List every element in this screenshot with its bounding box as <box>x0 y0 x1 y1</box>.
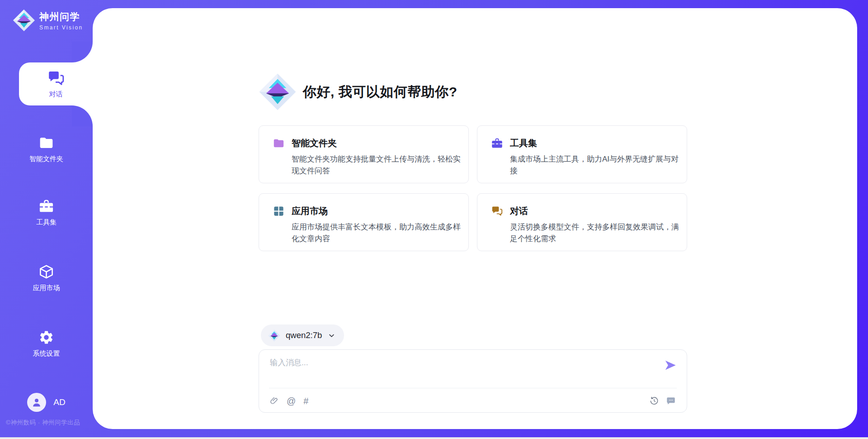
sidebar: 神州问学 Smart Vision 对话 智能文件夹 工具集 应用市场 系统设置 <box>0 0 93 439</box>
message-composer: @ # <box>259 349 687 413</box>
attachment-icon[interactable] <box>270 396 279 406</box>
card-app-market[interactable]: 应用市场 应用市场提供丰富长文本模板，助力高效生成多样化文章内容 <box>259 193 469 251</box>
feedback-chat-icon[interactable] <box>666 396 676 406</box>
composer-divider <box>269 388 677 388</box>
brand-diamond-icon <box>13 8 35 33</box>
message-input[interactable] <box>270 357 650 383</box>
card-head: 对话 <box>491 205 676 217</box>
card-smart-folder[interactable]: 智能文件夹 智能文件夹功能支持批量文件上传与清洗，轻松实现文件问答 <box>259 125 469 183</box>
chevron-down-icon <box>327 331 336 340</box>
composer-toolbar: @ # <box>270 393 676 409</box>
person-icon <box>31 396 42 408</box>
card-title: 工具集 <box>510 137 537 149</box>
model-selector[interactable]: qwen2:7b <box>261 324 344 346</box>
window-bottom-edge <box>0 437 868 439</box>
brand-diamond-icon <box>268 329 280 342</box>
app-window: 你好, 我可以如何帮助你? 智能文件夹 智能文件夹功能支持批量文件上传与清洗，轻… <box>0 0 868 439</box>
feature-cards: 智能文件夹 智能文件夹功能支持批量文件上传与清洗，轻松实现文件问答 工具集 集成… <box>259 125 687 251</box>
card-head: 应用市场 <box>273 205 458 217</box>
greeting-title: 你好, 我可以如何帮助你? <box>303 83 458 101</box>
sidebar-item-settings[interactable]: 系统设置 <box>0 329 93 358</box>
brand-logo: 神州问学 Smart Vision <box>13 8 83 33</box>
composer-tools-left: @ # <box>270 396 308 406</box>
chat-bubbles-icon <box>47 69 65 87</box>
main-content: 你好, 我可以如何帮助你? 智能文件夹 智能文件夹功能支持批量文件上传与清洗，轻… <box>259 8 687 429</box>
composer-tools-right <box>649 396 676 406</box>
sidebar-item-smart-folder[interactable]: 智能文件夹 <box>0 135 93 163</box>
folder-icon <box>38 135 54 151</box>
send-button[interactable] <box>664 359 677 372</box>
send-icon <box>664 359 677 372</box>
chat-bubbles-icon <box>491 205 503 217</box>
card-head: 智能文件夹 <box>273 137 458 149</box>
brand-name: 神州问学 <box>39 10 83 23</box>
sidebar-item-toolset[interactable]: 工具集 <box>0 198 93 227</box>
card-description: 应用市场提供丰富长文本模板，助力高效生成多样化文章内容 <box>292 221 464 245</box>
card-toolset[interactable]: 工具集 集成市场上主流工具，助力AI与外界无缝扩展与对接 <box>477 125 687 183</box>
sidebar-item-app-market[interactable]: 应用市场 <box>0 264 93 292</box>
card-head: 工具集 <box>491 137 676 149</box>
card-title: 智能文件夹 <box>292 137 337 149</box>
card-title: 对话 <box>510 205 528 217</box>
toolbox-icon <box>491 137 503 149</box>
greeting-block: 你好, 我可以如何帮助你? <box>259 73 458 111</box>
sidebar-item-label: 智能文件夹 <box>29 155 63 163</box>
main-panel: 你好, 我可以如何帮助你? 智能文件夹 智能文件夹功能支持批量文件上传与清洗，轻… <box>93 8 857 429</box>
card-description: 智能文件夹功能支持批量文件上传与清洗，轻松实现文件问答 <box>292 153 464 177</box>
grid-icon <box>273 205 285 217</box>
topic-hash-icon[interactable]: # <box>303 396 308 406</box>
card-description: 灵活切换多模型文件，支持多样回复效果调试，满足个性化需求 <box>510 221 682 245</box>
card-chat[interactable]: 对话 灵活切换多模型文件，支持多样回复效果调试，满足个性化需求 <box>477 193 687 251</box>
sidebar-item-chat[interactable]: 对话 <box>19 62 93 105</box>
sidebar-item-label: 工具集 <box>36 218 57 227</box>
card-title: 应用市场 <box>292 205 328 217</box>
brand-diamond-icon <box>259 73 297 111</box>
brand-text: 神州问学 Smart Vision <box>39 10 83 31</box>
avatar <box>27 393 46 412</box>
active-tab-fillet-top <box>72 42 93 62</box>
toolbox-icon <box>38 198 54 214</box>
sidebar-item-label: 对话 <box>49 90 63 99</box>
cube-icon <box>38 264 54 280</box>
card-description: 集成市场上主流工具，助力AI与外界无缝扩展与对接 <box>510 153 682 177</box>
model-name: qwen2:7b <box>286 330 322 340</box>
folder-icon <box>273 137 285 149</box>
sidebar-item-label: 系统设置 <box>33 349 60 358</box>
gear-icon <box>38 329 54 345</box>
mention-icon[interactable]: @ <box>287 396 296 406</box>
brand-subtitle: Smart Vision <box>39 24 83 31</box>
active-tab-fillet-bottom <box>72 105 93 126</box>
history-icon[interactable] <box>649 396 659 406</box>
copyright-footer: ©神州数码 · 神州问学出品 <box>6 419 80 427</box>
user-initials: AD <box>53 397 65 407</box>
user-account[interactable]: AD <box>0 393 93 412</box>
sidebar-item-label: 应用市场 <box>33 284 60 292</box>
